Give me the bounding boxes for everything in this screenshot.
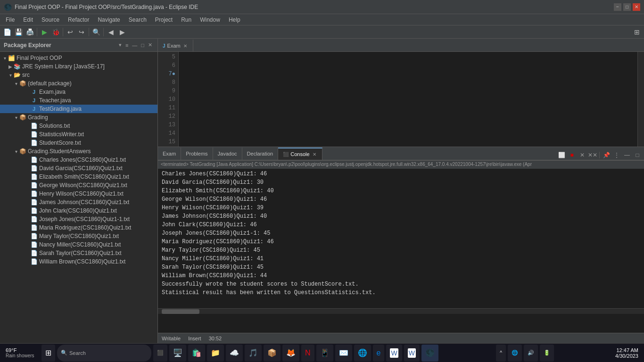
- taskbar-phone[interactable]: 📱: [316, 345, 333, 362]
- tree-item-elizabeth[interactable]: 📄 Elizabeth Smith(CSC1860)Quiz1.txt: [0, 173, 157, 181]
- tab-console-javadoc[interactable]: Javadoc: [213, 148, 242, 160]
- menu-project[interactable]: Project: [151, 16, 176, 24]
- tab-console-problems[interactable]: Problems: [181, 148, 213, 160]
- menu-help[interactable]: Help: [225, 16, 244, 24]
- taskbar-clock[interactable]: 12:47 AM 4/30/2023: [611, 347, 642, 359]
- menu-refactor[interactable]: Refactor: [64, 16, 93, 24]
- tab-exam-close[interactable]: ✕: [182, 43, 188, 49]
- taskbar-word[interactable]: W: [386, 345, 402, 362]
- menu-search[interactable]: Search: [125, 16, 150, 24]
- menu-run[interactable]: Run: [177, 16, 195, 24]
- tree-item-default-pkg[interactable]: ▾ 📦 (default package): [0, 79, 157, 88]
- tree-item-src[interactable]: ▾ 📂 src: [0, 71, 157, 79]
- tree-item-statisticswriter-txt[interactable]: 📄 StatisticsWriter.txt: [0, 130, 157, 139]
- tab-exam[interactable]: J Exam ✕: [158, 39, 193, 51]
- tree-label-david: David Garcia(CSC1860)Quiz1.txt: [39, 165, 123, 172]
- console-removeall-button[interactable]: ✕✕: [588, 150, 597, 160]
- tree-item-project[interactable]: ▾ 🗂️ Final Project OOP: [0, 54, 157, 62]
- taskbar-spotify[interactable]: 🎵: [245, 345, 262, 362]
- tree-item-testgrading-java[interactable]: J TestGrading.java: [0, 105, 157, 113]
- tree-item-grading[interactable]: ▾ 📦 Grading: [0, 113, 157, 122]
- console-terminate-button[interactable]: ■: [567, 150, 577, 160]
- taskbar-terminal[interactable]: 🖥️: [169, 345, 186, 362]
- taskbar-files[interactable]: 📁: [207, 345, 224, 362]
- tree-item-studentanswers-pkg[interactable]: ▾ 📦 Grading.StudentAnswers: [0, 147, 157, 156]
- taskbar-netflix[interactable]: N: [301, 345, 314, 362]
- menu-window[interactable]: Window: [196, 16, 224, 24]
- console-remove-button[interactable]: ✕: [578, 150, 587, 160]
- tree-item-david[interactable]: 📄 David Garcia(CSC1860)Quiz1.txt: [0, 164, 157, 173]
- tree-item-teacher-java[interactable]: J Teacher.java: [0, 96, 157, 105]
- editor-scroll[interactable]: }, // scan the scores and fetch them stu…: [179, 52, 637, 147]
- john-icon: 📄: [30, 207, 38, 214]
- tab-console-exam[interactable]: Exam: [158, 148, 181, 160]
- search-button[interactable]: 🔍: [91, 27, 101, 37]
- print-button[interactable]: 🖨️: [25, 27, 35, 37]
- tray-network[interactable]: 🌐: [508, 345, 522, 362]
- taskbar-mail[interactable]: ✉️: [335, 345, 352, 362]
- sidebar-maximize-button[interactable]: □: [140, 41, 146, 49]
- new-button[interactable]: 📄: [2, 27, 12, 37]
- tree-item-henry[interactable]: 📄 Henry Wilson(CSC1860)Quiz1.txt: [0, 189, 157, 198]
- toolbar-sep-3: [89, 28, 89, 36]
- save-button[interactable]: 💾: [13, 27, 24, 37]
- console-minimize-button[interactable]: —: [622, 150, 632, 160]
- console-options-button[interactable]: ⋮: [612, 150, 621, 160]
- perspective-button[interactable]: ⊞: [632, 27, 642, 37]
- tree-item-mary[interactable]: 📄 Mary Taylor(CSC1860)Quiz1.txt: [0, 232, 157, 240]
- tree-item-john[interactable]: 📄 John Clark(CSC1860)Quiz1.txt: [0, 206, 157, 215]
- tree-item-nancy[interactable]: 📄 Nancy Miller(CSC1860)Quiz1.txt: [0, 240, 157, 249]
- menu-edit[interactable]: Edit: [19, 16, 37, 24]
- tray-chevron[interactable]: ^: [496, 345, 506, 362]
- taskbar-amazon[interactable]: 📦: [264, 345, 281, 362]
- tree-item-charles[interactable]: 📄 Charles Jones(CSC1860)Quiz1.txt: [0, 156, 157, 164]
- tree-item-solutions-txt[interactable]: 📄 Solutions.txt: [0, 122, 157, 130]
- console-pin-button[interactable]: 📌: [602, 150, 611, 160]
- console-output-area[interactable]: Charles Jones(CSC1860)Quiz1: 46 David Ga…: [158, 169, 644, 333]
- search-taskbar-button[interactable]: 🔍 Search: [57, 345, 151, 362]
- tree-item-joseph[interactable]: 📄 Joseph Jones(CSC1860)Quiz1-1.txt: [0, 215, 157, 223]
- start-button[interactable]: ⊞: [41, 345, 55, 362]
- taskbar-firefox[interactable]: 🦊: [282, 345, 299, 362]
- task-view-button[interactable]: ⬛: [153, 345, 167, 362]
- console-hscroll[interactable]: [158, 308, 644, 314]
- back-button[interactable]: ◀: [106, 27, 116, 37]
- tray-battery[interactable]: 🔋: [540, 345, 554, 362]
- tree-item-sarah[interactable]: 📄 Sarah Taylor(CSC1860)Quiz1.txt: [0, 249, 157, 257]
- console-clear-button[interactable]: ⬜: [557, 150, 566, 160]
- tree-item-william[interactable]: 📄 William Brown(CSC1860)Quiz1.txt: [0, 257, 157, 266]
- taskbar-word2[interactable]: W: [404, 345, 420, 362]
- tray-volume[interactable]: 🔊: [524, 345, 538, 362]
- menu-navigate[interactable]: Navigate: [94, 16, 124, 24]
- taskbar-store[interactable]: 🛍️: [188, 345, 205, 362]
- tab-console-close[interactable]: ✕: [312, 152, 317, 157]
- sidebar-menu-button[interactable]: ≡: [124, 41, 130, 49]
- minimize-button[interactable]: −: [614, 3, 621, 11]
- sidebar-minimize-button[interactable]: —: [131, 41, 139, 49]
- run-button[interactable]: ▶: [39, 27, 50, 37]
- taskbar-chrome[interactable]: 🌐: [354, 345, 371, 362]
- console-maximize-button[interactable]: □: [633, 150, 642, 160]
- taskbar-edge[interactable]: e: [373, 345, 385, 362]
- tree-item-james[interactable]: 📄 James Johnson(CSC1860)Quiz1.txt: [0, 198, 157, 206]
- redo-button[interactable]: ↪: [76, 27, 87, 37]
- tree-item-maria[interactable]: 📄 Maria Rodriguez(CSC1860)Quiz1.txt: [0, 223, 157, 232]
- taskbar-cloud[interactable]: ☁️: [226, 345, 243, 362]
- tree-item-george[interactable]: 📄 George Wilson(CSC1860)Quiz1.txt: [0, 181, 157, 189]
- undo-button[interactable]: ↩: [65, 27, 75, 37]
- close-button[interactable]: ✕: [633, 3, 640, 11]
- tab-console-declaration[interactable]: Declaration: [242, 148, 279, 160]
- forward-button[interactable]: ▶: [117, 27, 127, 37]
- sidebar-close-button[interactable]: ✕: [147, 41, 154, 49]
- tree-item-exam-java[interactable]: J Exam.java: [0, 88, 157, 96]
- maximize-button[interactable]: □: [623, 3, 631, 11]
- battery-icon: 🔋: [544, 350, 550, 356]
- menu-source[interactable]: Source: [38, 16, 63, 24]
- debug-button[interactable]: 🐞: [50, 27, 61, 37]
- tree-item-studentscore-txt[interactable]: 📄 StudentScore.txt: [0, 139, 157, 147]
- menu-file[interactable]: File: [2, 16, 18, 24]
- taskbar-eclipse[interactable]: 🌑: [421, 345, 438, 362]
- sidebar-collapse-button[interactable]: ▾: [117, 41, 123, 49]
- tree-item-jre[interactable]: ▶ 📚 JRE System Library [JavaSE-17]: [0, 62, 157, 71]
- tab-console-console[interactable]: ⬛ Console ✕: [278, 148, 322, 160]
